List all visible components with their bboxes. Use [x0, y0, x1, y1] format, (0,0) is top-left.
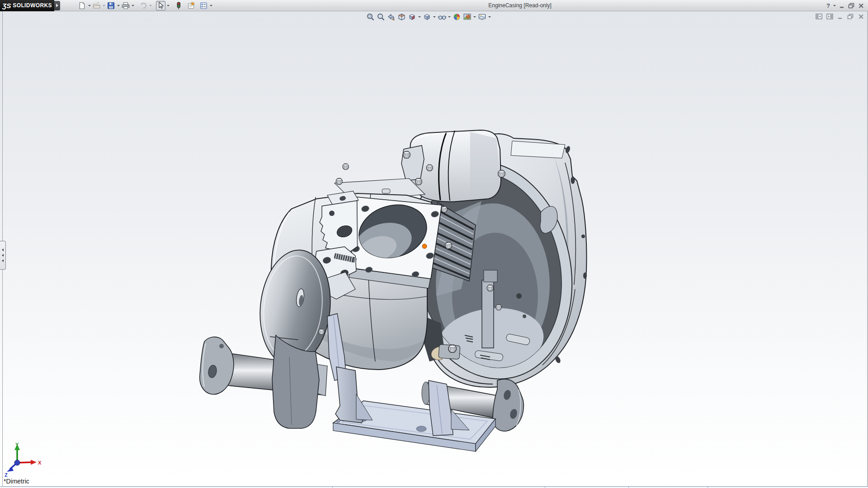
document-title: EngineCasing [Read-only] [213, 2, 826, 9]
chevron-down-icon [473, 16, 476, 18]
new-document-button[interactable] [77, 1, 87, 10]
collapse-arrow-icon [2, 249, 4, 251]
options-list-button[interactable] [199, 1, 208, 10]
open-dropdown[interactable] [101, 1, 106, 10]
chevron-down-icon [418, 16, 421, 18]
chevron-down-icon [117, 5, 120, 6]
view-orientation-dropdown[interactable] [417, 12, 422, 22]
display-style-dropdown[interactable] [432, 12, 437, 22]
save-dropdown[interactable] [116, 1, 121, 10]
view-settings-button[interactable] [477, 12, 487, 22]
select-cursor-icon [157, 2, 165, 9]
view-settings-icon [478, 13, 486, 21]
help-dropdown-caret[interactable] [833, 5, 836, 6]
edit-appearance-button[interactable] [452, 12, 462, 22]
solidworks-logo: ƷS SOLIDWORKS [0, 0, 54, 11]
minimize-icon[interactable] [839, 3, 845, 9]
options-dropdown[interactable] [208, 1, 213, 10]
view-orientation-label: *Dimetric [4, 478, 29, 485]
selection-point-marker[interactable] [422, 244, 427, 249]
select-tool-button[interactable] [156, 1, 165, 10]
close-icon[interactable] [858, 3, 864, 9]
brand-mark: ƷS [2, 2, 11, 9]
status-bar [0, 486, 868, 488]
chevron-down-icon [88, 5, 91, 6]
save-button[interactable] [106, 1, 116, 10]
section-view-icon [397, 13, 406, 21]
zoom-to-fit-button[interactable] [365, 12, 376, 22]
save-icon [107, 2, 115, 9]
view-settings-dropdown[interactable] [487, 12, 492, 22]
edit-note-icon [187, 2, 195, 9]
hide-show-items-button[interactable] [437, 12, 447, 22]
open-icon [93, 2, 101, 9]
top-cover-bracket[interactable] [335, 130, 505, 202]
hide-show-items-icon [438, 13, 447, 21]
edit-note-button[interactable] [186, 1, 196, 10]
zoom-to-area-icon [377, 13, 385, 21]
brand-name: SOLIDWORKS [13, 2, 52, 9]
display-style-icon [423, 13, 431, 21]
main-toolbar [77, 1, 213, 10]
print-icon [122, 2, 130, 9]
zoom-to-fit-icon [366, 13, 375, 21]
display-style-button[interactable] [422, 12, 432, 22]
apply-scene-button[interactable] [462, 12, 472, 22]
doc-close-icon[interactable] [858, 14, 864, 19]
apply-scene-icon [463, 13, 472, 21]
triad-origin [14, 460, 20, 465]
cylinder-mount-flange[interactable] [349, 197, 442, 288]
undo-button[interactable] [138, 1, 148, 10]
options-list-icon [200, 2, 208, 9]
model-3d-engine-casing[interactable] [0, 0, 868, 488]
doc-restore-icon[interactable] [847, 14, 854, 19]
triad-z-label: Z [5, 472, 8, 477]
chevron-down-icon [132, 5, 134, 6]
open-button[interactable] [92, 1, 101, 10]
section-view-button[interactable] [396, 12, 407, 22]
print-button[interactable] [121, 1, 130, 10]
collapse-right-pane-icon[interactable] [826, 14, 833, 19]
orientation-triad: Y X Z [2, 442, 43, 477]
traffic-light-icon [175, 2, 182, 9]
feature-tree-collapsed-tab[interactable] [0, 241, 6, 270]
menu-flyout-arrow[interactable] [54, 1, 60, 10]
chevron-down-icon [210, 5, 212, 6]
apply-scene-dropdown[interactable] [472, 12, 477, 22]
doc-minimize-icon[interactable] [837, 14, 843, 19]
view-orientation-icon [408, 13, 416, 21]
collapse-arrow-icon [2, 259, 4, 262]
chevron-down-icon [433, 16, 436, 18]
select-tool-dropdown[interactable] [165, 1, 170, 10]
triad-y-label: Y [15, 442, 19, 447]
document-window-controls [816, 14, 864, 19]
chevron-down-icon [448, 16, 451, 18]
restore-icon[interactable] [848, 3, 855, 9]
titlebar: ƷS SOLIDWORKS [0, 0, 868, 11]
chevron-down-icon [103, 5, 105, 6]
previous-view-button[interactable] [386, 12, 396, 22]
help-icon[interactable]: ? [826, 2, 830, 9]
hide-show-items-dropdown[interactable] [447, 12, 452, 22]
traffic-light-button[interactable] [174, 1, 183, 10]
collapse-left-pane-icon[interactable] [816, 14, 822, 19]
new-document-icon [78, 2, 86, 9]
edit-appearance-icon [453, 13, 461, 21]
zoom-to-area-button[interactable] [376, 12, 386, 22]
triad-x-label: X [38, 460, 42, 465]
print-dropdown[interactable] [130, 1, 135, 10]
undo-icon [139, 2, 147, 9]
view-orientation-button[interactable] [407, 12, 417, 22]
heads-up-view-toolbar [365, 12, 492, 22]
chevron-down-icon [488, 16, 491, 18]
window-controls: ? [826, 2, 864, 9]
chevron-down-icon [149, 5, 152, 6]
chevron-down-icon [167, 5, 170, 6]
previous-view-icon [387, 13, 396, 21]
triad-x-arrow-icon [31, 460, 37, 465]
collapse-arrow-icon [2, 254, 4, 257]
flyout-arrow-icon [56, 4, 58, 7]
new-document-dropdown[interactable] [87, 1, 92, 10]
undo-dropdown[interactable] [148, 1, 153, 10]
